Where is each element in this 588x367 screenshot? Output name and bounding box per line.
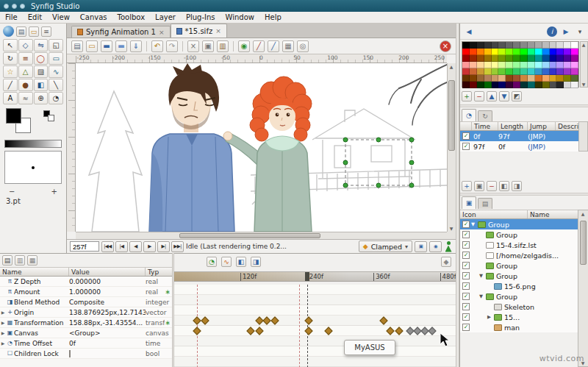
palette-swatch[interactable] xyxy=(462,49,470,55)
palette-swatch[interactable] xyxy=(506,68,513,75)
layer-enabled-checkbox[interactable]: ✓ xyxy=(462,282,470,290)
timetrack-past-onion-icon[interactable]: ◧ xyxy=(236,257,246,267)
close-tab-icon[interactable]: × xyxy=(215,27,221,35)
layer-expander-icon[interactable]: ▼ xyxy=(478,273,484,279)
palette-swatch[interactable] xyxy=(550,68,557,75)
palette-swatch[interactable] xyxy=(528,49,535,55)
palette-swatch[interactable] xyxy=(470,55,477,62)
param-row[interactable]: πZ Depth0.000000real xyxy=(0,277,172,287)
tool-transform[interactable]: ↖ xyxy=(3,39,18,51)
playback-button-0[interactable]: |◀◀ xyxy=(101,241,114,252)
palette-swatch[interactable] xyxy=(535,82,542,88)
palette-swatch[interactable] xyxy=(513,42,520,49)
tool-brush[interactable]: ● xyxy=(18,79,33,91)
size-increase-button[interactable]: + xyxy=(51,188,57,196)
panel-info-icon[interactable]: i xyxy=(547,26,557,37)
window-control-1[interactable] xyxy=(4,4,9,9)
palette-swatch[interactable] xyxy=(571,55,578,62)
keyframes-scrollbar[interactable] xyxy=(578,121,588,152)
palette-swatch[interactable] xyxy=(492,75,499,82)
param-row[interactable]: ▶▦Transformation158.88px,-31.43554...tra… xyxy=(0,318,172,328)
tool-rotate[interactable]: ↻ xyxy=(3,52,18,65)
palette-swatch[interactable] xyxy=(571,68,578,75)
palette-add-color-button[interactable]: + xyxy=(462,91,472,101)
palette-swatch[interactable] xyxy=(556,62,564,68)
keyframe-enabled-checkbox[interactable]: ✓ xyxy=(462,143,470,150)
lock-future-button[interactable]: ◨ xyxy=(512,181,522,191)
palette-swatch[interactable] xyxy=(477,42,484,49)
palette-swatch[interactable] xyxy=(498,62,506,68)
tool-text[interactable]: A xyxy=(3,92,18,104)
layer-enabled-checkbox[interactable]: ✓ xyxy=(462,313,470,321)
palette-swatch[interactable] xyxy=(550,75,557,82)
palette-swatch[interactable] xyxy=(498,82,506,88)
palette-swatch[interactable] xyxy=(542,55,550,62)
keyframe-row[interactable]: ✓0f97f(JMP) xyxy=(460,131,578,141)
palette-swatch[interactable] xyxy=(462,42,470,49)
param-row[interactable]: ▶+Origin138.876925px,12.714375vector xyxy=(0,307,172,318)
palette-swatch[interactable] xyxy=(520,75,528,82)
timetrack-keyframe-lock-icon[interactable]: ◆ xyxy=(441,257,451,267)
tool-sketch[interactable]: ≈ xyxy=(18,92,33,104)
layer-expander-icon[interactable]: ▼ xyxy=(470,221,476,227)
expander-icon[interactable]: ▶ xyxy=(0,330,6,335)
toolbar-redo-button[interactable]: ↷ xyxy=(166,40,178,52)
palette-swatch[interactable] xyxy=(556,75,564,82)
palette-remove-color-button[interactable]: − xyxy=(474,91,484,101)
palette-swatch[interactable] xyxy=(477,49,484,55)
waypoint-diamond[interactable] xyxy=(324,327,332,335)
layer-enabled-checkbox[interactable]: ✓ xyxy=(462,272,470,279)
layer-row[interactable]: ✓▼Group xyxy=(460,219,578,229)
toolbar-onion-skin-button[interactable]: ◎ xyxy=(297,40,309,52)
palette-swatch[interactable] xyxy=(535,62,542,68)
column-name[interactable]: Name xyxy=(528,210,578,218)
palette-swatch[interactable] xyxy=(462,68,470,75)
column-enabled[interactable] xyxy=(460,122,472,130)
tool-draw[interactable]: ╱ xyxy=(3,79,18,91)
waypoint-diamond[interactable] xyxy=(386,327,394,335)
keyframe-row[interactable]: ✓97f0f(JMP) xyxy=(460,141,578,152)
palette-swatch[interactable] xyxy=(492,42,499,49)
palette-swatch[interactable] xyxy=(506,62,513,68)
toolbar-undo-button[interactable]: ↶ xyxy=(151,40,163,52)
column-icon[interactable]: Icon xyxy=(460,210,528,218)
param-row[interactable]: ▶▣Canvas<Group>canvas xyxy=(0,328,172,338)
palette-scrollbar[interactable]: ▲ ▼ xyxy=(580,41,588,88)
toolbar-save-all-button[interactable]: ⇓ xyxy=(130,40,142,52)
palette-swatch[interactable] xyxy=(477,62,484,68)
palette-swatch[interactable] xyxy=(470,75,477,82)
palette-swatch[interactable] xyxy=(498,75,506,82)
palette-default-palette-button[interactable]: ◩ xyxy=(512,91,522,101)
tool-polygon[interactable]: △ xyxy=(18,65,33,78)
tab-keyframes-panel[interactable]: ◔ xyxy=(462,109,476,121)
toolbar-edit-mode-button[interactable]: ╱ xyxy=(268,40,279,52)
palette-swatch[interactable] xyxy=(492,49,499,55)
preview-button[interactable]: ◉ xyxy=(429,241,442,252)
menu-layer[interactable]: Layer xyxy=(150,12,181,24)
param-row[interactable]: πAmount1.000000real∗ xyxy=(0,287,172,297)
palette-swatch[interactable] xyxy=(571,82,578,88)
toolbox-settings-icon[interactable]: ≡ xyxy=(41,26,51,37)
playback-button-3[interactable]: ▶ xyxy=(143,241,156,252)
scrollbar-thumb[interactable] xyxy=(580,221,587,265)
keyframe-jump-link[interactable]: (JMP) xyxy=(528,143,556,151)
palette-swatch[interactable] xyxy=(571,49,578,55)
tool-zoom[interactable]: ⊕ xyxy=(34,92,49,104)
palette-swatch[interactable] xyxy=(550,82,557,88)
palette-swatch[interactable] xyxy=(528,75,535,82)
children-lock-checkbox[interactable] xyxy=(69,350,71,357)
palette-swatch[interactable] xyxy=(506,82,513,88)
timeline-ruler[interactable]: 120f240f360f480f xyxy=(174,271,456,282)
column-time[interactable]: Time xyxy=(472,122,498,130)
palette-swatch[interactable] xyxy=(520,49,528,55)
canvas-vertical-scrollbar[interactable]: ▲ ▼ xyxy=(447,63,456,232)
lock-past-button[interactable]: ◧ xyxy=(499,181,509,191)
toolbar-save-button[interactable]: ▬ xyxy=(101,40,112,52)
palette-swatch[interactable] xyxy=(571,42,578,49)
render-options-button[interactable]: ▣ xyxy=(415,241,427,252)
tab-15-sifz[interactable]: *15.sifz × xyxy=(171,24,227,38)
palette-swatch[interactable] xyxy=(498,68,506,75)
tab-history-panel[interactable]: ↻ xyxy=(478,110,492,121)
time-cursor-handle[interactable] xyxy=(305,272,309,282)
menu-window[interactable]: Window xyxy=(220,12,259,24)
